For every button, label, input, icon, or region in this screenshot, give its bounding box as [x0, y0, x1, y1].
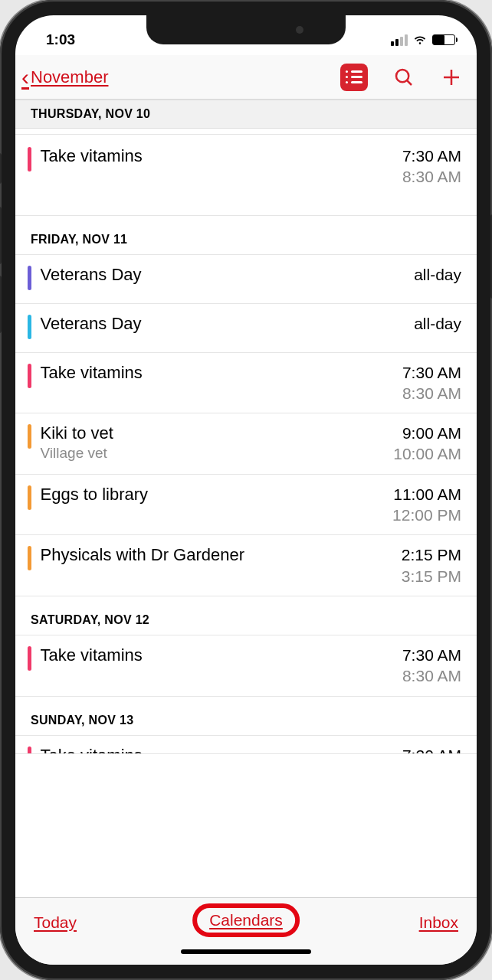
- inbox-button[interactable]: Inbox: [419, 913, 458, 932]
- event-row[interactable]: Kiki to vetVillage vet9:00 AM10:00 AM: [15, 413, 477, 475]
- back-label: November: [31, 67, 108, 87]
- calendars-highlight: Calendars: [192, 903, 300, 937]
- event-title: Take vitamins: [41, 745, 402, 754]
- home-indicator[interactable]: [15, 946, 477, 965]
- event-color-bar: [28, 746, 31, 754]
- event-title: Veterans Day: [41, 264, 415, 286]
- event-start: 7:30 AM: [402, 145, 461, 166]
- event-allday: all-day: [414, 313, 461, 334]
- svg-point-0: [396, 70, 408, 82]
- event-color-bar: [28, 546, 31, 570]
- event-color-bar: [28, 424, 31, 449]
- back-button[interactable]: ‹ November: [21, 66, 108, 89]
- event-row[interactable]: Take vitamins7:30 AM: [15, 736, 477, 754]
- event-color-bar: [28, 646, 31, 671]
- event-row[interactable]: Physicals with Dr Gardener2:15 PM3:15 PM: [15, 535, 477, 596]
- add-event-button[interactable]: [440, 66, 463, 89]
- wifi-icon: [412, 32, 428, 47]
- event-location: Village vet: [41, 445, 394, 462]
- event-color-bar: [28, 364, 31, 388]
- event-row[interactable]: Veterans Dayall-day: [15, 255, 477, 304]
- event-title: Kiki to vet: [41, 423, 394, 444]
- chevron-left-icon: ‹: [21, 66, 29, 89]
- event-start: 2:15 PM: [402, 544, 461, 565]
- bottom-toolbar: Today Calendars Inbox: [15, 897, 477, 946]
- event-end: 3:15 PM: [402, 566, 461, 586]
- event-color-bar: [28, 485, 31, 510]
- event-end: 12:00 PM: [392, 505, 461, 525]
- device-notch: [146, 15, 346, 44]
- event-title: Take vitamins: [41, 645, 402, 666]
- event-allday: all-day: [414, 264, 461, 285]
- event-row[interactable]: Veterans Dayall-day: [15, 304, 477, 353]
- event-title: Eggs to library: [41, 484, 393, 505]
- svg-line-1: [407, 80, 412, 85]
- event-color-bar: [28, 315, 31, 339]
- event-start: 11:00 AM: [392, 484, 461, 505]
- calendars-button[interactable]: Calendars: [209, 911, 283, 929]
- day-header: SUNDAY, NOV 13: [15, 697, 477, 735]
- event-start: 7:30 AM: [402, 745, 461, 754]
- day-header: THURSDAY, NOV 10: [15, 100, 477, 129]
- event-row[interactable]: Take vitamins7:30 AM8:30 AM: [15, 635, 477, 697]
- battery-icon: [432, 34, 455, 45]
- event-list[interactable]: THURSDAY, NOV 10 Take vitamins7:30 AM8:3…: [15, 100, 477, 897]
- event-end: 8:30 AM: [402, 665, 461, 686]
- event-end: 10:00 AM: [393, 443, 461, 464]
- list-view-button[interactable]: [340, 64, 368, 91]
- event-row[interactable]: Take vitamins7:30 AM8:30 AM: [15, 353, 477, 414]
- event-color-bar: [28, 147, 31, 172]
- nav-bar: ‹ November: [15, 55, 477, 100]
- event-start: 9:00 AM: [393, 423, 461, 443]
- search-icon[interactable]: [392, 66, 415, 89]
- event-title: Veterans Day: [41, 313, 415, 335]
- status-time: 1:03: [46, 31, 75, 48]
- event-start: 7:30 AM: [402, 362, 461, 383]
- event-title: Take vitamins: [41, 145, 402, 167]
- event-row[interactable]: Take vitamins7:30 AM8:30 AM: [15, 135, 477, 216]
- event-end: 8:30 AM: [402, 166, 461, 187]
- event-title: Take vitamins: [41, 362, 402, 384]
- today-button[interactable]: Today: [34, 913, 77, 932]
- event-end: 8:30 AM: [402, 383, 461, 403]
- event-row[interactable]: Eggs to library11:00 AM12:00 PM: [15, 475, 477, 536]
- day-header: FRIDAY, NOV 11: [15, 216, 477, 254]
- event-start: 7:30 AM: [402, 645, 461, 665]
- cellular-icon: [391, 34, 408, 46]
- event-title: Physicals with Dr Gardener: [41, 544, 402, 566]
- event-color-bar: [28, 266, 31, 290]
- day-header: SATURDAY, NOV 12: [15, 596, 477, 635]
